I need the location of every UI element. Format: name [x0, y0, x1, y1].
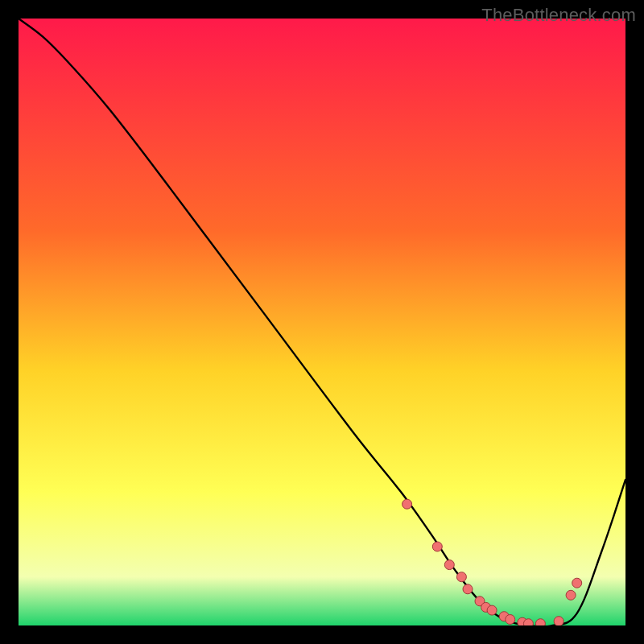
marker-dot	[554, 617, 564, 625]
marker-dot	[566, 590, 576, 600]
marker-dot	[463, 584, 473, 594]
chart-svg	[19, 19, 625, 625]
marker-dot	[523, 619, 533, 625]
marker-dot	[444, 560, 454, 570]
marker-dot	[456, 572, 466, 582]
marker-dot	[506, 615, 515, 625]
marker-dot	[572, 578, 582, 588]
marker-dot	[487, 605, 497, 615]
watermark-text: TheBottleneck.com	[481, 5, 636, 26]
app-frame: TheBottleneck.com	[0, 0, 644, 644]
marker-dot	[535, 619, 545, 625]
plot-area	[19, 19, 625, 625]
marker-dot	[402, 499, 412, 509]
marker-dot	[432, 542, 442, 551]
